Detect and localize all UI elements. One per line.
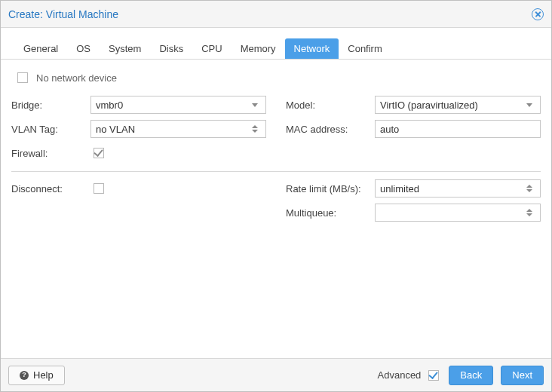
mac-input[interactable]: auto xyxy=(375,120,541,138)
mac-value: auto xyxy=(380,124,535,135)
form-content: No network device Bridge: vmbr0 VLAN Tag… xyxy=(1,60,551,358)
footer: ? Help Advanced Back Next xyxy=(1,358,551,391)
rate-spinner[interactable]: unlimited xyxy=(375,179,541,198)
no-network-label: No network device xyxy=(36,72,117,84)
spinner-icon[interactable] xyxy=(249,125,261,133)
disconnect-label: Disconnect: xyxy=(11,183,90,194)
wizard-window: Create: Virtual Machine General OS Syste… xyxy=(0,0,552,392)
next-button[interactable]: Next xyxy=(501,366,544,385)
rate-value: unlimited xyxy=(380,183,523,194)
spinner-icon[interactable] xyxy=(523,209,535,216)
model-label: Model: xyxy=(286,100,375,111)
tab-general[interactable]: General xyxy=(14,38,67,59)
model-value: VirtIO (paravirtualized) xyxy=(380,100,523,111)
tab-system[interactable]: System xyxy=(100,38,150,59)
close-icon[interactable] xyxy=(532,8,544,20)
bridge-value: vmbr0 xyxy=(96,100,249,111)
multiq-label: Multiqueue: xyxy=(286,207,375,219)
model-combo[interactable]: VirtIO (paravirtualized) xyxy=(375,96,541,114)
back-label: Back xyxy=(460,369,482,381)
rate-label: Rate limit (MB/s): xyxy=(286,183,375,194)
firewall-label: Firewall: xyxy=(11,148,90,159)
tab-os[interactable]: OS xyxy=(67,38,100,59)
bridge-combo[interactable]: vmbr0 xyxy=(90,96,266,114)
multiq-spinner[interactable] xyxy=(375,204,541,222)
tab-network[interactable]: Network xyxy=(285,38,339,59)
no-network-checkbox[interactable] xyxy=(17,72,28,83)
window-title: Create: Virtual Machine xyxy=(8,8,532,20)
vlan-spinner[interactable]: no VLAN xyxy=(90,120,266,138)
help-button[interactable]: ? Help xyxy=(8,366,65,385)
firewall-checkbox[interactable] xyxy=(94,148,104,158)
bridge-label: Bridge: xyxy=(11,100,90,111)
advanced-checkbox[interactable] xyxy=(428,370,439,381)
tab-cpu[interactable]: CPU xyxy=(192,38,231,59)
tab-confirm[interactable]: Confirm xyxy=(339,38,391,59)
tab-memory[interactable]: Memory xyxy=(232,38,285,59)
next-label: Next xyxy=(512,369,532,381)
back-button[interactable]: Back xyxy=(449,366,493,385)
chevron-down-icon[interactable] xyxy=(249,103,261,107)
mac-label: MAC address: xyxy=(286,124,375,135)
disconnect-checkbox[interactable] xyxy=(94,183,104,194)
no-network-row: No network device xyxy=(11,69,541,93)
tab-disks[interactable]: Disks xyxy=(150,38,192,59)
help-icon: ? xyxy=(20,371,29,380)
wizard-tabs: General OS System Disks CPU Memory Netwo… xyxy=(1,28,551,60)
vlan-value: no VLAN xyxy=(96,124,249,135)
help-label: Help xyxy=(33,369,54,381)
chevron-down-icon[interactable] xyxy=(523,103,535,107)
advanced-toggle[interactable]: Advanced xyxy=(378,368,442,383)
advanced-label: Advanced xyxy=(378,369,422,381)
vlan-label: VLAN Tag: xyxy=(11,124,90,135)
titlebar: Create: Virtual Machine xyxy=(1,1,551,28)
divider xyxy=(11,171,541,172)
spinner-icon[interactable] xyxy=(523,185,535,192)
